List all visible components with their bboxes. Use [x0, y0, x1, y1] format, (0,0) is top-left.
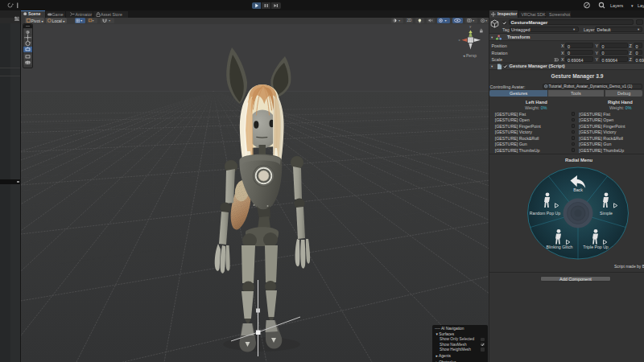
- svg-text:◂ Persp: ◂ Persp: [463, 53, 477, 58]
- svg-text:Blinking Glitch: Blinking Glitch: [547, 244, 573, 249]
- svg-text:Random Pop Up: Random Pop Up: [530, 210, 560, 215]
- svg-text:Triple Pop Up: Triple Pop Up: [583, 244, 609, 249]
- svg-text:Simple: Simple: [600, 210, 613, 215]
